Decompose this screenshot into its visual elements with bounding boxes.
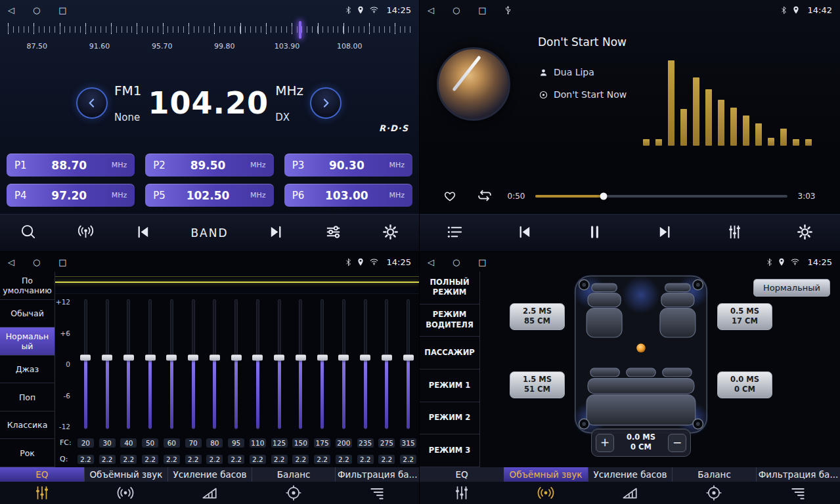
back-icon[interactable]: ◁ [8,257,14,267]
repeat-button[interactable] [476,187,493,206]
home-icon[interactable]: ○ [33,5,40,15]
radio-preset-p5[interactable]: P5102.50MHz [145,184,273,207]
eq-band-slider[interactable] [247,294,269,434]
eq-preset-item[interactable]: Классика [0,411,55,440]
radio-preset-p6[interactable]: P6103.00MHz [284,184,412,207]
surround-mode-item[interactable]: РЕЖИМ 2 [420,402,479,435]
recents-icon[interactable]: □ [58,257,66,267]
tab-bass-boost[interactable]: Усиление басов [167,467,252,504]
tab-bass-boost[interactable]: Усиление басов [588,467,672,504]
pause-button[interactable] [586,223,604,243]
favorite-button[interactable] [442,188,458,205]
delay-decrease-button[interactable]: − [668,434,686,452]
eq-band-slider[interactable] [161,294,183,434]
tab-balance[interactable]: Баланс [672,467,756,504]
delay-front-right-button[interactable]: 0.5 MS 17 CM [717,303,772,330]
back-icon[interactable]: ◁ [8,5,14,15]
home-icon[interactable]: ○ [453,257,460,267]
settings-button[interactable] [796,223,814,243]
eq-band-slider[interactable] [75,294,97,434]
frequency-scale[interactable]: 87.5091.6095.7099.80103.90108.00 [7,21,412,56]
eq-preset-item[interactable]: Обычай [0,300,55,328]
radio-preset-p2[interactable]: P289.50MHz [145,154,273,177]
slider-handle[interactable] [252,355,263,361]
radio-preset-p3[interactable]: P390.30MHz [284,154,412,177]
slider-handle[interactable] [166,355,177,361]
recents-icon[interactable]: □ [478,257,486,267]
slider-handle[interactable] [123,355,134,361]
audio-settings-button[interactable] [726,223,743,243]
surround-mode-item[interactable]: РЕЖИМ ВОДИТЕЛЯ [420,304,479,337]
delay-front-left-button[interactable]: 2.5 MS 85 CM [510,303,565,330]
eq-preset-item[interactable]: Джаз [0,356,55,384]
home-icon[interactable]: ○ [453,5,460,15]
next-station-button[interactable] [267,223,285,243]
recents-icon[interactable]: □ [478,5,486,15]
back-icon[interactable]: ◁ [428,257,434,267]
audio-settings-button[interactable] [324,223,342,243]
delay-increase-button[interactable]: + [596,434,614,452]
tune-up-button[interactable] [310,87,342,119]
eq-band-slider[interactable] [376,294,398,434]
tab-balance[interactable]: Баланс [252,467,336,504]
search-button[interactable] [20,223,37,243]
delay-rear-right-button[interactable]: 0.0 MS 0 CM [717,371,772,398]
slider-handle[interactable] [231,355,242,361]
eq-preset-item[interactable]: Рок [0,439,55,467]
slider-handle[interactable] [317,355,328,361]
back-icon[interactable]: ◁ [428,5,434,15]
slider-handle[interactable] [403,355,414,361]
home-icon[interactable]: ○ [33,257,40,267]
slider-handle[interactable] [210,355,220,361]
eq-preset-item[interactable]: Поп [0,383,55,411]
slider-handle[interactable] [382,355,392,361]
surround-mode-item[interactable]: РЕЖИМ 1 [420,369,479,402]
tab-eq-sliders[interactable]: EQ [0,467,84,504]
radio-preset-p1[interactable]: P188.70MHz [7,154,135,177]
eq-band-slider[interactable] [204,294,226,434]
tab-eq-sliders[interactable]: EQ [420,467,504,504]
surround-profile-button[interactable]: Нормальный [753,279,830,297]
previous-track-button[interactable] [516,223,533,243]
eq-band-slider[interactable] [397,294,419,434]
tab-surround[interactable]: Объёмный звук [84,467,168,504]
seek-bar[interactable] [535,195,787,198]
eq-band-slider[interactable] [290,294,312,434]
eq-preset-item[interactable]: Нормальный [0,327,55,356]
slider-handle[interactable] [188,355,198,361]
delay-rear-left-button[interactable]: 1.5 MS 51 CM [510,371,565,398]
eq-band-slider[interactable] [183,294,204,434]
slider-handle[interactable] [296,355,306,361]
next-track-button[interactable] [656,223,674,243]
tab-surround[interactable]: Объёмный звук [504,467,588,504]
slider-handle[interactable] [338,355,349,361]
slider-handle[interactable] [80,355,91,361]
surround-mode-item[interactable]: ПАССАЖИР [420,337,479,369]
eq-preset-item[interactable]: По умолчанию [0,272,55,300]
tab-filter[interactable]: Фильтрация ба... [335,467,419,504]
slider-handle[interactable] [274,355,284,361]
slider-handle[interactable] [102,355,112,361]
eq-band-slider[interactable] [118,294,140,434]
eq-band-slider[interactable] [333,294,355,434]
playlist-button[interactable] [446,223,464,243]
tune-down-button[interactable] [76,87,108,119]
surround-mode-item[interactable]: ПОЛНЫЙ РЕЖИМ [420,272,479,304]
frequency-indicator[interactable] [299,21,301,39]
seek-bar-knob[interactable] [600,193,607,200]
eq-band-slider[interactable] [355,294,376,434]
eq-band-slider[interactable] [139,294,161,434]
eq-band-slider[interactable] [269,294,290,434]
eq-band-slider[interactable] [225,294,247,434]
settings-button[interactable] [382,223,399,243]
band-button[interactable]: BAND [190,226,228,240]
radio-preset-p4[interactable]: P497.20MHz [7,184,135,207]
surround-mode-item[interactable]: РЕЖИМ 3 [420,434,479,467]
tab-filter[interactable]: Фильтрация ба... [756,467,840,504]
slider-handle[interactable] [360,355,370,361]
broadcast-button[interactable] [77,223,95,243]
recents-icon[interactable]: □ [58,5,66,15]
eq-band-slider[interactable] [97,294,118,434]
slider-handle[interactable] [145,355,156,361]
previous-station-button[interactable] [134,223,152,243]
